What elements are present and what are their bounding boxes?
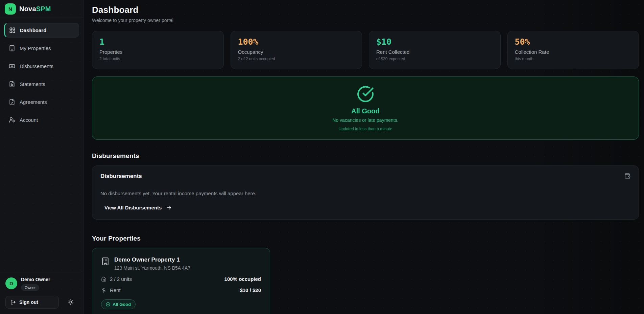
- stat-sub: this month: [515, 57, 632, 61]
- stat-value: $10: [376, 38, 493, 46]
- sidebar-item-label: Disbursements: [20, 63, 53, 69]
- sidebar-item-agreements[interactable]: Agreements: [4, 94, 79, 109]
- disbursements-empty-message: No disbursements yet. Your rental income…: [100, 190, 630, 196]
- brand-name-accent: SPM: [36, 5, 51, 13]
- sidebar-item-label: Agreements: [20, 99, 47, 105]
- sun-icon[interactable]: [68, 299, 74, 305]
- house-icon: [101, 276, 106, 282]
- view-all-label: View All Disbursements: [104, 205, 162, 210]
- dollar-sign-icon: [101, 288, 106, 293]
- status-banner: All Good No vacancies or late payments. …: [92, 76, 639, 140]
- sign-out-button[interactable]: Sign out: [5, 296, 59, 309]
- stat-label: Collection Rate: [515, 49, 632, 55]
- circle-check-icon: [357, 85, 374, 103]
- disbursements-card-title: Disbursements: [100, 173, 142, 180]
- stat-card-occupancy: 100% Occupancy 2 of 2 units occupied: [231, 31, 362, 69]
- sidebar-item-dashboard[interactable]: Dashboard: [4, 23, 79, 38]
- circle-check-icon: [106, 302, 110, 307]
- brand-name-primary: Nova: [19, 5, 36, 13]
- property-units-row: 2 / 2 units 100% occupied: [101, 276, 261, 282]
- status-message: No vacancies or late payments.: [332, 117, 398, 123]
- stat-label: Rent Collected: [376, 49, 493, 55]
- user-cog-icon: [9, 117, 15, 123]
- status-updated: Updated in less than a minute: [339, 127, 392, 131]
- user-panel: D Demo Owner Owner Sign out: [0, 272, 83, 314]
- stat-card-rent-collected: $10 Rent Collected of $20 expected: [369, 31, 501, 69]
- status-title: All Good: [351, 107, 379, 115]
- disbursements-section-title: Disbursements: [92, 152, 639, 160]
- stat-card-properties: 1 Properties 2 total units: [92, 31, 224, 69]
- wallet-icon: [624, 173, 630, 179]
- property-rent-row: Rent $10 / $20: [101, 287, 261, 293]
- building-icon: [9, 45, 15, 51]
- brand-logo-icon: N: [5, 3, 16, 15]
- sidebar-item-account[interactable]: Account: [4, 112, 79, 127]
- stat-sub: 2 total units: [99, 57, 216, 61]
- layout-grid-icon: [9, 27, 16, 33]
- sidebar-item-label: My Properties: [20, 45, 51, 51]
- page-subtitle: Welcome to your property owner portal: [92, 18, 639, 23]
- view-all-disbursements-button[interactable]: View All Disbursements: [100, 204, 172, 211]
- page-title: Dashboard: [92, 5, 639, 15]
- main-content: Dashboard Welcome to your property owner…: [84, 0, 644, 314]
- property-occupancy: 100% occupied: [224, 276, 261, 282]
- stat-value: 50%: [515, 38, 632, 46]
- property-card[interactable]: Demo Owner Property 1 123 Main st, Yarmo…: [92, 248, 270, 314]
- disbursements-card: Disbursements No disbursements yet. Your…: [92, 165, 639, 220]
- file-check-icon: [9, 99, 15, 105]
- property-rent-value: $10 / $20: [240, 287, 261, 293]
- stat-label: Properties: [99, 49, 216, 55]
- user-name: Demo Owner: [21, 277, 50, 282]
- banknote-icon: [9, 63, 15, 69]
- property-address: 123 Main st, Yarmouth, NS B5A 4A7: [114, 265, 190, 271]
- brand: N NovaSPM: [0, 0, 83, 18]
- building-icon: [101, 257, 110, 266]
- sidebar-item-statements[interactable]: Statements: [4, 76, 79, 91]
- avatar: D: [5, 277, 17, 289]
- property-status-label: All Good: [113, 302, 131, 307]
- sidebar-item-my-properties[interactable]: My Properties: [4, 41, 79, 55]
- sidebar-item-label: Statements: [20, 81, 45, 87]
- property-status-badge: All Good: [101, 299, 136, 309]
- property-units: 2 / 2 units: [110, 276, 132, 282]
- sidebar-nav: Dashboard My Properties Disbursements St…: [0, 18, 83, 132]
- stat-sub: 2 of 2 units occupied: [238, 57, 355, 61]
- sidebar-item-label: Account: [20, 117, 38, 123]
- stat-value: 100%: [238, 38, 355, 46]
- role-badge: Owner: [21, 284, 39, 291]
- properties-section-title: Your Properties: [92, 235, 639, 242]
- file-text-icon: [9, 81, 15, 87]
- stat-value: 1: [99, 38, 216, 46]
- brand-name: NovaSPM: [19, 5, 51, 13]
- sidebar: N NovaSPM Dashboard My Properties Disbur…: [0, 0, 84, 314]
- stat-card-collection-rate: 50% Collection Rate this month: [507, 31, 639, 69]
- sidebar-item-label: Dashboard: [20, 27, 46, 33]
- sidebar-item-disbursements[interactable]: Disbursements: [4, 59, 79, 73]
- stats-grid: 1 Properties 2 total units 100% Occupanc…: [92, 31, 639, 69]
- stat-label: Occupancy: [238, 49, 355, 55]
- property-name: Demo Owner Property 1: [114, 256, 190, 263]
- arrow-right-icon: [166, 205, 172, 210]
- property-rent-label: Rent: [110, 287, 121, 293]
- stat-sub: of $20 expected: [376, 57, 493, 61]
- sign-out-label: Sign out: [19, 299, 38, 305]
- log-out-icon: [10, 299, 16, 305]
